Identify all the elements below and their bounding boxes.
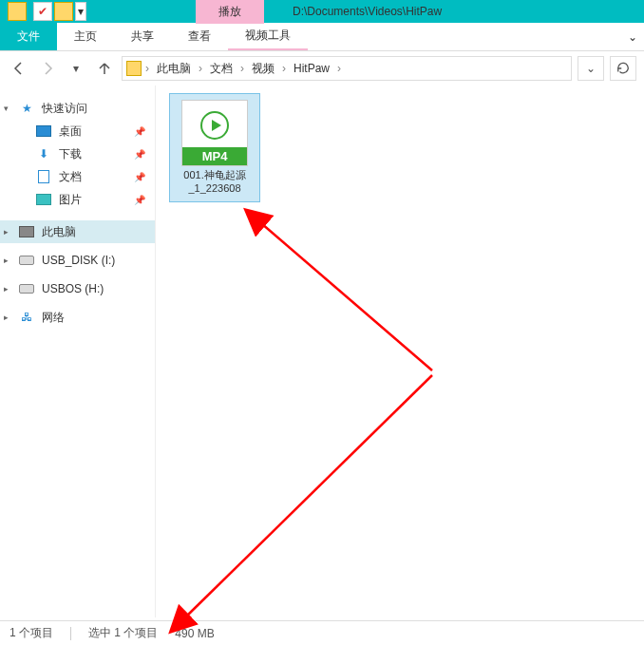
status-item-count: 1 个项目	[9, 625, 53, 641]
tab-file[interactable]: 文件	[0, 23, 57, 50]
tab-share[interactable]: 共享	[114, 23, 171, 50]
tab-view[interactable]: 查看	[171, 23, 228, 50]
nav-network[interactable]: ▸ 🖧 网络	[0, 306, 155, 329]
chevron-right-icon[interactable]: ›	[197, 62, 204, 75]
file-item[interactable]: MP4 001.神龟起源 _1_223608	[169, 93, 260, 202]
forward-button[interactable]	[36, 57, 59, 80]
document-icon	[38, 170, 49, 183]
qat-properties-icon[interactable]: ✔	[33, 2, 52, 21]
up-button[interactable]	[93, 57, 116, 80]
breadcrumb-segment[interactable]: 视频	[246, 57, 280, 80]
star-icon: ★	[19, 101, 34, 116]
pin-icon: 📌	[134, 195, 145, 205]
qat-new-folder-icon[interactable]	[54, 2, 73, 21]
chevron-down-icon[interactable]: ▾	[4, 104, 9, 113]
arrow-right-icon	[40, 61, 55, 76]
address-bar: ▾ › 此电脑 › 文档 › 视频 › HitPaw › ⌄	[0, 51, 644, 85]
breadcrumb-segment[interactable]: HitPaw	[288, 57, 335, 80]
qat-separator	[28, 2, 31, 21]
context-tab-play[interactable]: 播放	[196, 0, 264, 24]
pin-icon: 📌	[134, 172, 145, 182]
nav-label: 网络	[42, 310, 65, 326]
disk-icon	[19, 256, 34, 265]
play-icon	[200, 111, 229, 140]
chevron-right-icon[interactable]: ▸	[4, 256, 9, 265]
recent-locations-button[interactable]: ▾	[65, 57, 87, 80]
window-title-path: D:\Documents\Videos\HitPaw	[293, 5, 442, 18]
ribbon-expand-icon[interactable]: ⌄	[621, 23, 644, 50]
nav-label: 此电脑	[42, 224, 76, 240]
back-button[interactable]	[8, 57, 30, 80]
status-separator	[70, 627, 71, 640]
chevron-right-icon[interactable]: ›	[143, 62, 151, 75]
arrow-up-icon	[97, 61, 112, 76]
download-icon: ⬇	[36, 146, 51, 161]
nav-label: USBOS (H:)	[42, 282, 104, 295]
ribbon-tabs: 文件 主页 共享 查看 视频工具 ⌄	[0, 23, 644, 51]
nav-label: 桌面	[59, 123, 82, 140]
file-type-badge: MP4	[182, 147, 247, 165]
nav-label: 图片	[59, 192, 82, 208]
nav-usbos[interactable]: ▸ USBOS (H:)	[0, 277, 155, 300]
refresh-icon	[616, 62, 630, 75]
computer-icon	[19, 226, 34, 237]
chevron-right-icon[interactable]: ▸	[4, 284, 9, 294]
nav-usb-disk[interactable]: ▸ USB_DISK (I:)	[0, 249, 155, 272]
nav-pictures[interactable]: 图片 📌	[0, 188, 155, 211]
nav-label: 下载	[59, 146, 82, 162]
file-thumbnail: MP4	[181, 100, 248, 166]
pin-icon: 📌	[134, 126, 145, 137]
folder-icon	[126, 61, 142, 76]
refresh-button[interactable]	[610, 56, 636, 81]
nav-documents[interactable]: 文档 📌	[0, 165, 155, 188]
status-selected-size: 490 MB	[175, 627, 214, 640]
qat-customize-dropdown[interactable]: ▾	[75, 2, 86, 21]
nav-label: USB_DISK (I:)	[42, 254, 115, 267]
file-name-line: _1_223608	[188, 182, 240, 194]
file-name-line: 001.神龟起源	[183, 169, 245, 180]
nav-label: 文档	[59, 169, 82, 185]
qat-folder-icon[interactable]	[8, 2, 27, 21]
file-name: 001.神龟起源 _1_223608	[174, 168, 256, 196]
breadcrumb[interactable]: › 此电脑 › 文档 › 视频 › HitPaw ›	[122, 56, 572, 81]
pin-icon: 📌	[134, 149, 145, 160]
disk-icon	[19, 284, 34, 294]
nav-this-pc[interactable]: ▸ 此电脑	[0, 220, 155, 243]
navigation-pane: ▾ ★ 快速访问 桌面 📌 ⬇ 下载 📌 文档 📌 图片	[0, 85, 156, 617]
nav-label: 快速访问	[42, 101, 87, 117]
tab-video-tools[interactable]: 视频工具	[228, 23, 308, 50]
breadcrumb-segment[interactable]: 此电脑	[151, 57, 197, 80]
chevron-right-icon[interactable]: ▸	[4, 227, 9, 237]
nav-desktop[interactable]: 桌面 📌	[0, 120, 155, 142]
nav-downloads[interactable]: ⬇ 下载 📌	[0, 142, 155, 165]
status-bar: 1 个项目 选中 1 个项目 490 MB	[0, 620, 644, 645]
network-icon: 🖧	[19, 310, 34, 325]
quick-access-toolbar: ✔ ▾	[0, 2, 86, 21]
chevron-right-icon[interactable]: ›	[238, 62, 246, 75]
breadcrumb-segment[interactable]: 文档	[204, 57, 238, 80]
address-dropdown-button[interactable]: ⌄	[578, 56, 604, 81]
chevron-right-icon[interactable]: ›	[280, 62, 288, 75]
status-selected-count: 选中 1 个项目	[88, 625, 158, 641]
chevron-right-icon[interactable]: ▸	[4, 313, 9, 322]
chevron-right-icon[interactable]: ›	[335, 62, 343, 75]
tab-home[interactable]: 主页	[57, 23, 114, 50]
nav-quick-access[interactable]: ▾ ★ 快速访问	[0, 97, 155, 120]
explorer-body: ▾ ★ 快速访问 桌面 📌 ⬇ 下载 📌 文档 📌 图片	[0, 85, 644, 617]
pictures-icon	[36, 194, 51, 205]
desktop-icon	[36, 125, 51, 137]
arrow-left-icon	[11, 61, 27, 76]
file-list-area[interactable]: MP4 001.神龟起源 _1_223608	[156, 85, 644, 617]
title-bar: ✔ ▾ 播放 D:\Documents\Videos\HitPaw	[0, 0, 644, 23]
